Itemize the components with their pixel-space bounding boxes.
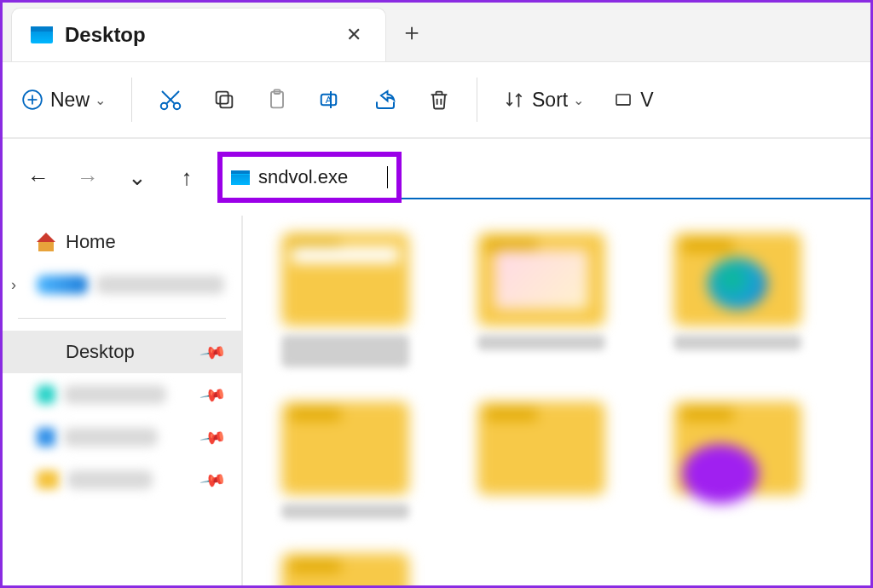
pin-icon[interactable]: 📌 xyxy=(199,380,228,409)
plus-circle-icon xyxy=(21,89,43,111)
home-icon xyxy=(37,233,55,251)
rename-icon: A xyxy=(318,87,344,112)
divider xyxy=(131,78,132,122)
sort-label: Sort xyxy=(532,89,568,112)
sidebar-item-blurred[interactable]: 📌 xyxy=(3,458,241,501)
cut-button[interactable] xyxy=(146,76,195,124)
svg-rect-8 xyxy=(217,92,228,104)
desktop-icon xyxy=(231,170,250,185)
new-label: New xyxy=(50,89,90,112)
desktop-icon xyxy=(37,345,55,360)
blurred-label xyxy=(96,275,224,294)
svg-point-3 xyxy=(161,103,168,110)
new-button[interactable]: New ⌄ xyxy=(9,76,118,124)
trash-icon xyxy=(427,88,451,112)
share-icon xyxy=(373,87,398,112)
blurred-label xyxy=(477,335,605,350)
copy-button[interactable] xyxy=(200,76,248,124)
clipboard-icon xyxy=(265,88,289,112)
pin-icon[interactable]: 📌 xyxy=(199,423,228,452)
view-button[interactable]: V xyxy=(601,76,670,124)
close-icon[interactable]: ✕ xyxy=(346,26,361,44)
forward-button[interactable]: → xyxy=(67,157,108,198)
blurred-icon xyxy=(37,470,59,489)
file-item[interactable] xyxy=(269,553,422,585)
file-list xyxy=(243,216,870,585)
sidebar-item-blurred[interactable]: 📌 xyxy=(3,373,241,416)
divider xyxy=(18,318,226,319)
chevron-down-icon: ⌄ xyxy=(573,92,584,108)
sort-icon xyxy=(503,89,525,111)
svg-point-4 xyxy=(174,103,181,110)
view-label: V xyxy=(640,89,653,112)
sidebar-item-label: Home xyxy=(66,231,116,253)
blurred-label xyxy=(281,335,409,367)
folder-icon xyxy=(477,233,605,326)
file-item[interactable] xyxy=(269,233,422,367)
blurred-icon xyxy=(37,385,55,404)
sidebar-item-home[interactable]: Home xyxy=(3,221,241,263)
toolbar: New ⌄ A Sort ⌄ V xyxy=(3,62,870,139)
copy-icon xyxy=(212,88,236,112)
address-focus-underline xyxy=(224,198,872,199)
back-button[interactable]: ← xyxy=(18,157,59,198)
recent-button[interactable]: ⌄ xyxy=(117,157,158,198)
pin-icon[interactable]: 📌 xyxy=(199,337,228,366)
sidebar-item-desktop[interactable]: Desktop 📌 xyxy=(3,331,241,373)
address-input[interactable] xyxy=(258,166,493,188)
file-item[interactable] xyxy=(661,401,814,519)
tab-title: Desktop xyxy=(65,23,146,47)
folder-icon xyxy=(281,233,409,326)
new-tab-button[interactable]: ＋ xyxy=(386,3,437,61)
svg-rect-16 xyxy=(616,95,630,105)
blurred-label xyxy=(281,504,409,519)
blurred-label xyxy=(64,385,166,404)
file-item[interactable] xyxy=(269,401,422,519)
folder-icon xyxy=(281,401,409,495)
address-bar[interactable] xyxy=(224,157,395,198)
text-caret xyxy=(387,166,388,188)
tab-bar: Desktop ✕ ＋ xyxy=(3,3,870,62)
svg-rect-7 xyxy=(220,95,232,107)
file-item[interactable] xyxy=(465,401,618,519)
desktop-icon xyxy=(31,26,53,43)
sidebar-item-blurred[interactable]: › xyxy=(3,263,241,306)
chevron-down-icon: ⌄ xyxy=(95,92,106,108)
sidebar-item-label: Desktop xyxy=(66,341,135,363)
divider xyxy=(477,78,477,122)
folder-icon xyxy=(281,553,409,585)
chevron-right-icon[interactable]: › xyxy=(11,276,16,294)
blurred-icon xyxy=(37,275,88,294)
folder-icon xyxy=(674,401,801,495)
scissors-icon xyxy=(158,87,183,112)
blurred-label xyxy=(64,428,158,447)
delete-button[interactable] xyxy=(415,76,463,124)
pin-icon[interactable]: 📌 xyxy=(199,465,228,494)
folder-icon xyxy=(477,401,605,495)
sort-button[interactable]: Sort ⌄ xyxy=(491,76,596,124)
navigation-pane: Home › Desktop 📌 📌 📌 📌 xyxy=(3,216,243,585)
up-button[interactable]: ↑ xyxy=(166,157,207,198)
sidebar-item-blurred[interactable]: 📌 xyxy=(3,416,241,458)
rename-button[interactable]: A xyxy=(306,76,356,124)
tab-desktop[interactable]: Desktop ✕ xyxy=(11,8,386,61)
blurred-icon xyxy=(37,428,55,447)
folder-icon xyxy=(674,233,801,326)
paste-button[interactable] xyxy=(253,76,301,124)
view-icon xyxy=(613,89,633,110)
blurred-label xyxy=(674,335,801,350)
svg-text:A: A xyxy=(326,95,332,105)
file-item[interactable] xyxy=(465,233,618,367)
share-button[interactable] xyxy=(361,76,410,124)
blurred-label xyxy=(67,470,153,489)
file-item[interactable] xyxy=(661,233,814,367)
address-bar-row: ← → ⌄ ↑ xyxy=(3,139,870,216)
